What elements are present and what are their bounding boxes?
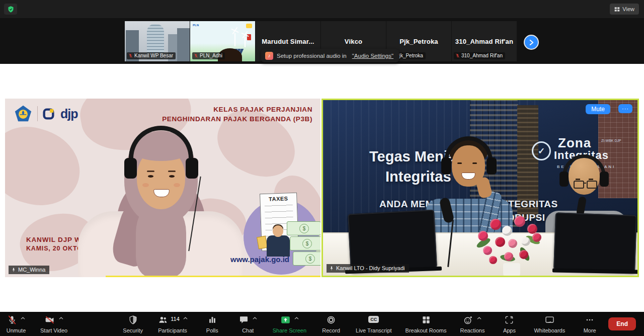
more-ellipsis-icon: [585, 315, 595, 325]
headphone-cup: [600, 172, 609, 187]
shield-icon: [128, 315, 138, 325]
audio-settings-link[interactable]: "Audio Settings": [352, 53, 393, 59]
mic-muted-icon: [194, 53, 198, 58]
money-bill: $: [287, 221, 320, 235]
chevron-up-icon[interactable]: [59, 317, 63, 320]
tooltip-message: Setup professional audio in: [277, 53, 347, 59]
chat-button[interactable]: Chat: [237, 315, 259, 333]
apps-icon: [504, 315, 514, 325]
unmute-button[interactable]: Unmute: [5, 315, 27, 333]
more-options-button[interactable]: ···: [618, 104, 632, 113]
rose: [502, 226, 512, 236]
event-title-line2: PENGHINDARAN PAJAK BERGANDA (P3B): [162, 114, 312, 124]
apps-button[interactable]: Apps: [498, 315, 520, 333]
participants-count: 114: [171, 316, 180, 322]
cartoon-man-body: [267, 235, 290, 257]
headphone-cup: [487, 157, 497, 175]
participants-icon: [157, 315, 169, 325]
participants-button[interactable]: 114 Participants: [157, 315, 188, 333]
whiteboards-button[interactable]: Whiteboards: [534, 315, 565, 333]
glasses-lens: [574, 181, 584, 189]
zoom-meeting-window: View Kanwil WP Besar PLN: [0, 0, 644, 336]
eye: [169, 175, 175, 178]
chevron-right-icon: [529, 40, 534, 45]
encryption-shield-chip[interactable]: [4, 4, 17, 15]
toolbar-label: Chat: [242, 327, 254, 333]
participant-name-label: Kanwil WP Besar: [127, 52, 176, 59]
chevron-up-icon[interactable]: [21, 317, 25, 320]
rose: [508, 239, 517, 248]
participant-name-label: 310_Ahmad Rif'an: [454, 52, 505, 59]
chevron-up-icon[interactable]: [253, 317, 257, 320]
wind-turbine: [234, 33, 235, 46]
rose: [532, 233, 541, 242]
glasses-bridge: [583, 183, 586, 184]
rose: [519, 250, 528, 259]
music-note-icon: ♪: [265, 52, 273, 60]
main-video-kanwil-lto[interactable]: Tegas Menjaga Integritas ✓ Zona ZI-WBK D…: [321, 99, 639, 277]
share-screen-icon: [280, 315, 291, 325]
security-button[interactable]: Security: [122, 315, 144, 333]
chevron-up-icon[interactable]: [183, 317, 188, 320]
flower-bouquet: [473, 205, 549, 277]
headphones-band: [129, 126, 193, 158]
share-screen-button[interactable]: Share Screen: [273, 315, 306, 333]
money-bill: $: [293, 251, 320, 266]
audio-settings-tooltip: ♪ Setup professional audio in "Audio Set…: [261, 49, 399, 62]
eye: [589, 179, 593, 180]
fist-on-chin: [475, 176, 493, 199]
laptop: [553, 212, 637, 273]
chevron-up-icon[interactable]: [294, 317, 299, 320]
more-button[interactable]: More: [579, 315, 601, 333]
next-page-arrow-button[interactable]: [524, 35, 539, 50]
mute-participant-button[interactable]: Mute: [586, 104, 610, 114]
thumbnail-pln-adhi[interactable]: PLN PLN_Adhi: [190, 21, 255, 61]
main-video-mc-winna[interactable]: djp KELAS PAJAK PERJANJIAN PENGHINDARAN …: [5, 99, 320, 277]
polls-button[interactable]: Polls: [201, 315, 223, 333]
whiteboard-icon: [544, 315, 555, 325]
eye: [576, 179, 580, 180]
dollar-circle: $: [299, 224, 309, 233]
website-url: www.pajak.go.id: [230, 255, 289, 264]
reactions-button[interactable]: Reactions: [460, 315, 485, 333]
breakout-grid-icon: [421, 315, 431, 325]
toolbar-label: More: [584, 327, 596, 333]
live-transcript-button[interactable]: CC Live Transcript: [356, 315, 392, 333]
eye: [148, 175, 153, 178]
participant-name: MC_Winna: [18, 267, 45, 273]
thumbnail-kanwil-wp-besar[interactable]: Kanwil WP Besar: [125, 21, 190, 61]
view-button[interactable]: View: [610, 4, 639, 15]
headphone-cup: [559, 172, 569, 187]
participant-name: PLN_Adhi: [200, 53, 222, 58]
toolbar-label: Security: [123, 327, 143, 333]
participant-name: 310_Ahmad Rif'an: [461, 53, 503, 58]
vase: [503, 263, 520, 277]
eye: [472, 162, 477, 164]
taxes-label: TAXES: [260, 195, 296, 203]
rose: [514, 216, 525, 227]
record-button[interactable]: Record: [320, 315, 342, 333]
headphone-cup: [186, 158, 198, 179]
record-icon: [326, 315, 336, 325]
note-glyph: ♪: [268, 53, 271, 58]
toolbar-label: Apps: [503, 327, 516, 333]
money-bill: $: [290, 236, 320, 250]
rose: [478, 231, 488, 241]
rose: [483, 246, 492, 255]
mic-muted-icon: [7, 315, 17, 325]
breakout-rooms-button[interactable]: Breakout Rooms: [406, 315, 447, 333]
view-label: View: [622, 6, 634, 12]
start-video-button[interactable]: Start Video: [40, 315, 67, 333]
pin-icon: [11, 267, 16, 273]
chevron-up-icon[interactable]: [477, 317, 481, 320]
toolbar-label: Polls: [206, 327, 218, 333]
end-meeting-button[interactable]: End: [608, 317, 636, 330]
toolbar-label: Reactions: [460, 327, 485, 333]
participant-name: Kanwil WP Besar: [134, 53, 173, 58]
blush: [142, 183, 149, 187]
event-title-line1: KELAS PAJAK PERJANJIAN: [162, 105, 312, 114]
studio-backdrop: Tegas Menjaga Integritas ✓ Zona ZI-WBK D…: [323, 100, 637, 276]
thumbnail-ahmad-rifan[interactable]: 310_Ahmad Rif'an 310_Ahmad Rif'an: [452, 21, 517, 61]
rose: [489, 256, 497, 264]
rose: [490, 219, 501, 230]
